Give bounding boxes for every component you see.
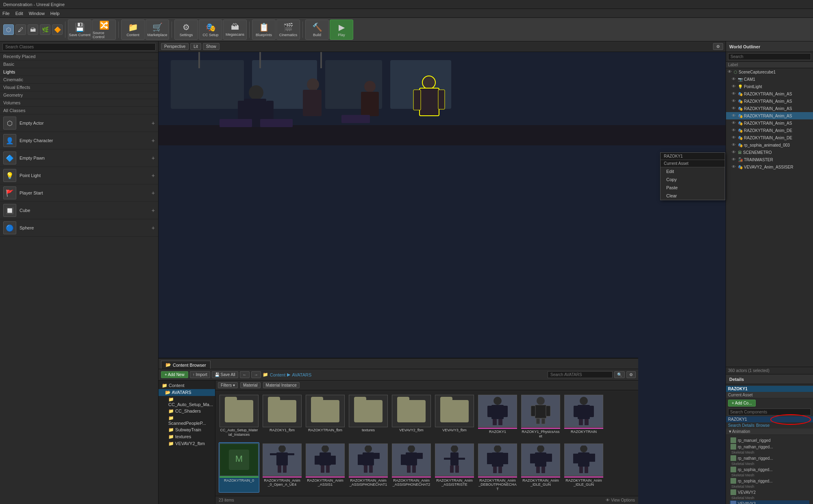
- play-button[interactable]: ▶ Play: [330, 19, 353, 40]
- eye-icon-3[interactable]: 👁: [732, 84, 737, 89]
- category-cinematic[interactable]: Cinematic: [0, 76, 158, 84]
- import-button[interactable]: ↑ Import: [190, 371, 210, 378]
- place-item-empty-actor[interactable]: ⬡ Empty Actor +: [0, 115, 158, 132]
- eye-icon-13[interactable]: 👁: [732, 157, 737, 162]
- marketplace-button[interactable]: 🛒 Marketplace: [146, 19, 169, 40]
- eye-icon-1[interactable]: 👁: [728, 69, 733, 74]
- point-light-add[interactable]: +: [152, 172, 155, 179]
- asset-item-razoky1-physics[interactable]: RAZOKY1_PhysicsAsset: [520, 394, 561, 440]
- browse-button[interactable]: Browse: [756, 423, 770, 428]
- asset-item-cc-auto[interactable]: CC_Auto_Setup_Material_Instances: [219, 394, 259, 440]
- asset-rp-nathan-1[interactable]: rp_nathan_rigged...: [730, 443, 809, 450]
- mode-geometry[interactable]: 🔶: [52, 24, 63, 35]
- mode-foliage[interactable]: 🌿: [40, 24, 50, 35]
- place-item-empty-pawn[interactable]: 🔷 Empty Pawn +: [0, 149, 158, 167]
- mode-landscape[interactable]: 🏔: [28, 24, 38, 35]
- eye-icon-4[interactable]: 👁: [732, 91, 737, 96]
- outliner-razokytrain-selected[interactable]: 👁 🎭 RAZOKYTRAIN_Anim_AS: [726, 112, 813, 119]
- asset-item-anim-phonechat1[interactable]: RAZOKYTRAIN_Anim_ASSISPHONECHAT1: [348, 442, 389, 493]
- category-geometry[interactable]: Geometry: [0, 91, 158, 99]
- asset-item-razokytrain-fbm[interactable]: RAZOKYTRAIN_fbm: [305, 394, 346, 440]
- eye-icon-8[interactable]: 👁: [732, 121, 737, 125]
- tree-item-cc-auto[interactable]: 📁 CC_Auto_Setup_Ma...: [159, 396, 215, 408]
- tree-item-textures[interactable]: 📁 textures: [159, 433, 215, 440]
- material-instance-filter-button[interactable]: Material Instance: [263, 382, 300, 388]
- asset-rp-nathan-2[interactable]: rp_nathan_rigged...: [730, 455, 809, 461]
- tree-item-subway[interactable]: 📁 SubwayTrain: [159, 426, 215, 433]
- filters-button[interactable]: Filters ▾: [218, 382, 238, 388]
- save-current-button[interactable]: 💾 Save Current: [68, 19, 91, 40]
- nav-back-button[interactable]: ←: [240, 371, 250, 378]
- mode-paint[interactable]: 🖊: [15, 24, 26, 35]
- lit-button[interactable]: Lit: [190, 43, 201, 50]
- outliner-razokytrain-5[interactable]: 👁 🎭 RAZOKYTRAIN_Anim_AS: [726, 119, 813, 127]
- asset-item-anim-debout[interactable]: RAZOKYTRAIN_Anim_DEBOUTPHONECHAT: [477, 442, 518, 493]
- mode-place[interactable]: ⬡: [3, 24, 14, 35]
- asset-item-textures[interactable]: textures: [348, 394, 389, 440]
- outliner-razokytrain-de1[interactable]: 👁 🎭 RAZOKYTRAIN_Anim_DE: [726, 127, 813, 134]
- outliner-razokytrain-1[interactable]: 👁 🎭 RAZOKYTRAIN_Anim_AS: [726, 90, 813, 97]
- place-item-cube[interactable]: 🔲 Cube +: [0, 202, 158, 219]
- cc-setup-button[interactable]: 🎭 CC Setup: [199, 19, 222, 40]
- eye-icon-11[interactable]: 👁: [732, 143, 737, 147]
- show-button[interactable]: Show: [203, 43, 220, 50]
- asset-item-razokytrain-0[interactable]: M RAZOKYTRAIN_0: [219, 442, 259, 493]
- cube-add[interactable]: +: [152, 207, 155, 214]
- place-item-sphere[interactable]: 🔵 Sphere +: [0, 219, 158, 237]
- outliner-trainmaster[interactable]: 👁 🚂 TRAINMASTER: [726, 156, 813, 163]
- asset-item-razoky1[interactable]: RAZOKY1: [477, 394, 518, 440]
- eye-icon-10[interactable]: 👁: [732, 135, 737, 140]
- place-item-player-start[interactable]: 🚩 Player Start +: [0, 184, 158, 202]
- category-volumes[interactable]: Volumes: [0, 99, 158, 107]
- empty-pawn-add[interactable]: +: [152, 155, 155, 161]
- outliner-razokytrain-de2[interactable]: 👁 🎭 RAZOKYTRAIN_Anim_DE: [726, 134, 813, 141]
- viewport-options-button[interactable]: ⚙: [713, 43, 723, 50]
- outliner-razokytrain-2[interactable]: 👁 🎭 RAZOKYTRAIN_Anim_AS: [726, 97, 813, 105]
- outliner-vevavy2[interactable]: 👁 🎭 VEVAVY2_Anim_ASSISER: [726, 163, 813, 171]
- tree-item-scanned[interactable]: 📁 ScannedPeopleP...: [159, 415, 215, 426]
- eye-icon-12[interactable]: 👁: [732, 150, 737, 155]
- add-component-button[interactable]: + Add Co...: [728, 400, 756, 407]
- ctx-edit-item[interactable]: Edit: [661, 167, 725, 175]
- perspective-button[interactable]: Perspective: [161, 43, 189, 50]
- asset-item-anim-assis1[interactable]: RAZOKYTRAIN_Anim_ASSIS1: [305, 442, 346, 493]
- ctx-paste-item[interactable]: Paste: [661, 184, 725, 192]
- animation-section-header[interactable]: ▼ Animation: [726, 428, 813, 435]
- eye-icon-9[interactable]: 👁: [732, 128, 737, 133]
- build-button[interactable]: 🔨 Build: [305, 19, 329, 40]
- save-all-button[interactable]: 💾 Save All: [212, 371, 238, 378]
- search-classes-input[interactable]: [2, 43, 156, 51]
- eye-icon-7[interactable]: 👁: [732, 113, 737, 118]
- nav-forward-button[interactable]: →: [251, 371, 261, 378]
- asset-item-vevavy3-fbm[interactable]: VEVAVY3_fbm: [434, 394, 475, 440]
- outliner-sophia[interactable]: 👁 🎭 rp_sophia_animated_003: [726, 141, 813, 149]
- category-basic[interactable]: Basic: [0, 61, 158, 68]
- outliner-pointlight[interactable]: 👁 💡 PointLight: [726, 83, 813, 90]
- browser-settings-button[interactable]: ⚙: [626, 371, 636, 378]
- eye-icon-2[interactable]: 👁: [732, 77, 737, 82]
- category-lights[interactable]: Lights: [0, 68, 158, 76]
- category-recently-placed[interactable]: Recently Placed: [0, 53, 158, 61]
- empty-character-add[interactable]: +: [152, 137, 155, 144]
- sphere-add[interactable]: +: [152, 225, 155, 231]
- content-button[interactable]: 📁 Content: [121, 19, 145, 40]
- asset-rp-manuel[interactable]: rp_manuel_rigged: [730, 437, 809, 443]
- menu-edit[interactable]: Edit: [15, 11, 23, 16]
- menu-file[interactable]: File: [2, 11, 10, 16]
- browser-search-button[interactable]: 🔍: [614, 371, 625, 378]
- eye-icon-6[interactable]: 👁: [732, 106, 737, 111]
- tree-item-content[interactable]: 📁 Content: [159, 382, 215, 389]
- source-control-button[interactable]: 🔀 Source Control: [92, 19, 116, 40]
- asset-vevavy3[interactable]: VEVAVY3: [730, 500, 809, 504]
- outliner-cam1[interactable]: 👁 📷 CAM1: [726, 76, 813, 83]
- eye-icon-14[interactable]: 👁: [732, 164, 737, 169]
- breadcrumb-avatars[interactable]: AVATARS: [292, 372, 311, 377]
- asset-rp-sophia-2[interactable]: rp_sophia_rigged...: [730, 478, 809, 484]
- asset-item-anim-idle-gun2[interactable]: RAZOKYTRAIN_Anim_IDLE_GUN: [563, 442, 604, 493]
- asset-vevavy2[interactable]: VEVAVY2: [730, 489, 809, 495]
- menu-window[interactable]: Window: [29, 11, 45, 16]
- asset-item-anim-idle-gun[interactable]: RAZOKYTRAIN_Anim_IDLE_GUN: [520, 442, 561, 493]
- megascans-button[interactable]: 🏔 Megascans: [223, 19, 247, 40]
- asset-item-vevavy2-fbm[interactable]: VEVAVY2_fbm: [391, 394, 432, 440]
- empty-actor-add[interactable]: +: [152, 120, 155, 126]
